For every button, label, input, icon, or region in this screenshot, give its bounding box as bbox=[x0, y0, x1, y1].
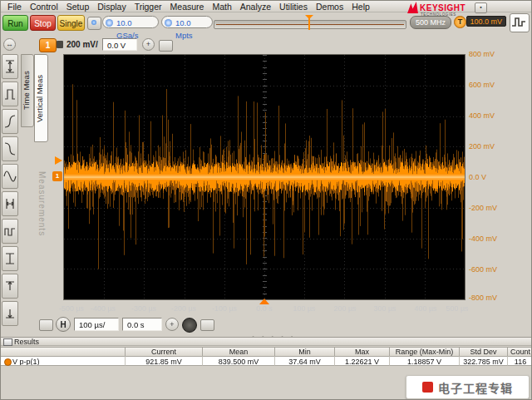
bw-limit-icon bbox=[57, 41, 63, 48]
display-icon[interactable] bbox=[39, 319, 53, 331]
menu-file[interactable]: File bbox=[3, 2, 26, 12]
results-titlebar bbox=[1, 337, 532, 346]
menu-help[interactable]: Help bbox=[347, 2, 374, 12]
x-label: 300 µs bbox=[373, 304, 396, 313]
sample-rate-readout[interactable]: 10.0 GSa/s bbox=[102, 16, 159, 28]
menu-setup[interactable]: Setup bbox=[62, 2, 93, 12]
channel-ground-marker[interactable]: 1 bbox=[52, 171, 62, 181]
channel-color-dot-icon bbox=[4, 358, 12, 366]
menu-trigger[interactable]: Trigger bbox=[131, 2, 166, 12]
minimize-button[interactable]: ▪ bbox=[475, 2, 487, 13]
y-label: 600 mV bbox=[469, 81, 502, 89]
horizontal-position-slider[interactable] bbox=[214, 20, 406, 29]
col-header-mean: Mean bbox=[203, 347, 275, 356]
meas-vpp-icon[interactable] bbox=[2, 246, 18, 271]
channel-1-badge[interactable]: 1 bbox=[39, 38, 57, 52]
zoom-in-icon[interactable]: + bbox=[142, 38, 155, 51]
tab-time-meas[interactable]: Time Meas bbox=[21, 54, 34, 127]
col-header-name bbox=[1, 347, 126, 356]
tab-time-meas-label: Time Meas bbox=[22, 72, 31, 111]
screen-icon[interactable] bbox=[200, 319, 214, 331]
bandwidth-badge[interactable]: 500 MHz bbox=[410, 16, 451, 29]
tab-vertical-meas-label: Vertical Meas bbox=[35, 74, 44, 121]
waveform-canvas[interactable] bbox=[64, 55, 465, 299]
horizontal-position-field[interactable]: 0.0 s bbox=[122, 318, 162, 331]
meas-width-icon[interactable] bbox=[2, 191, 18, 216]
measurement-stddev: 322.785 mV bbox=[460, 356, 508, 366]
drag-drop-icon[interactable]: ↔ bbox=[3, 38, 16, 51]
col-header-range: Range (Max-Min) bbox=[390, 347, 460, 356]
stop-button[interactable]: Stop bbox=[30, 15, 56, 31]
results-panel-icon[interactable] bbox=[3, 338, 12, 346]
oscilloscope-window: File Control Setup Display Trigger Measu… bbox=[0, 0, 532, 400]
horizontal-menu-button[interactable]: H bbox=[56, 317, 71, 332]
y-label: 200 mV bbox=[469, 142, 502, 151]
channel-scale-value[interactable]: 200 mV/ bbox=[66, 40, 98, 49]
single-button[interactable]: Single bbox=[57, 15, 85, 31]
meas-rise-time-icon[interactable] bbox=[2, 109, 18, 134]
trigger-position-marker[interactable] bbox=[259, 299, 269, 304]
y-label: -800 mV bbox=[469, 294, 502, 302]
meas-frequency-icon[interactable] bbox=[2, 164, 18, 189]
meas-max-icon[interactable] bbox=[2, 274, 18, 299]
sample-rate-icon bbox=[106, 19, 113, 27]
col-header-count: Count bbox=[508, 347, 532, 356]
meas-fall-time-icon[interactable] bbox=[2, 136, 18, 161]
menu-utilities[interactable]: Utilities bbox=[275, 2, 312, 12]
meas-amplitude-icon[interactable] bbox=[2, 54, 18, 79]
trigger-level-readout[interactable]: 100.0 mV bbox=[466, 16, 506, 27]
x-label: 200 µs bbox=[333, 304, 356, 313]
channel-offset-field[interactable]: 0.0 V bbox=[102, 38, 137, 51]
x-label: 100 µs bbox=[293, 304, 315, 313]
y-label: 800 mV bbox=[469, 50, 502, 58]
trigger-source-icon[interactable]: T bbox=[454, 16, 466, 28]
y-label: -200 mV bbox=[469, 204, 502, 212]
menu-analyze[interactable]: Analyze bbox=[236, 2, 275, 12]
run-button[interactable]: Run bbox=[2, 15, 28, 31]
y-label: 400 mV bbox=[469, 111, 502, 120]
keysight-spark-icon bbox=[406, 2, 419, 14]
col-header-stddev: Std Dev bbox=[460, 347, 508, 356]
horizontal-knob-icon[interactable] bbox=[182, 318, 197, 333]
camera-icon[interactable] bbox=[87, 17, 101, 30]
logo-brand: KEYSIGHT bbox=[420, 3, 466, 12]
x-label: -200 µs bbox=[171, 304, 196, 313]
memory-depth-readout[interactable]: 10.0 Mpts bbox=[161, 16, 213, 28]
stamp-text: 电子工程专辑 bbox=[438, 379, 513, 396]
measurement-name: V p-p(1) bbox=[1, 356, 126, 366]
meas-pulse-icon[interactable] bbox=[2, 81, 18, 106]
x-label: 500 µs bbox=[446, 304, 468, 313]
col-header-max: Max bbox=[335, 347, 390, 356]
timebase-field[interactable]: 100 µs/ bbox=[74, 318, 119, 331]
slider-position-caret[interactable] bbox=[308, 17, 310, 30]
measurement-range: 1.18857 V bbox=[390, 356, 460, 366]
x-label: -300 µs bbox=[131, 304, 156, 313]
menu-demos[interactable]: Demos bbox=[312, 2, 347, 12]
y-label: 0.0 V bbox=[469, 173, 502, 181]
measurement-count: 116 bbox=[508, 356, 532, 366]
measurement-max: 1.22621 V bbox=[335, 356, 390, 366]
measurement-min: 37.64 mV bbox=[275, 356, 335, 366]
waveform-display[interactable] bbox=[63, 54, 466, 300]
meas-period-icon[interactable] bbox=[2, 219, 18, 244]
measurement-mean: 839.500 mV bbox=[203, 356, 275, 366]
menu-math[interactable]: Math bbox=[208, 2, 235, 12]
scope-logo-icon bbox=[510, 13, 530, 32]
y-label: -600 mV bbox=[469, 265, 502, 274]
meas-min-icon[interactable] bbox=[2, 301, 18, 326]
trigger-level-marker[interactable] bbox=[55, 156, 62, 165]
memory-depth-icon bbox=[165, 19, 172, 27]
menu-control[interactable]: Control bbox=[26, 2, 62, 12]
col-header-current: Current bbox=[126, 347, 203, 356]
x-label: 0.0 s bbox=[256, 304, 273, 313]
tab-vertical-meas[interactable]: Vertical Meas bbox=[34, 54, 48, 142]
menu-display[interactable]: Display bbox=[93, 2, 130, 12]
watermark-stamp: 电子工程专辑 bbox=[406, 375, 530, 399]
display-settings-icon[interactable] bbox=[159, 40, 173, 52]
x-label: -400 µs bbox=[91, 304, 116, 313]
y-label: -400 mV bbox=[469, 235, 502, 243]
col-header-min: Min bbox=[275, 347, 335, 356]
menu-measure[interactable]: Measure bbox=[166, 2, 209, 12]
stamp-logo-icon bbox=[422, 382, 433, 393]
search-zoom-icon[interactable]: + bbox=[165, 318, 179, 331]
